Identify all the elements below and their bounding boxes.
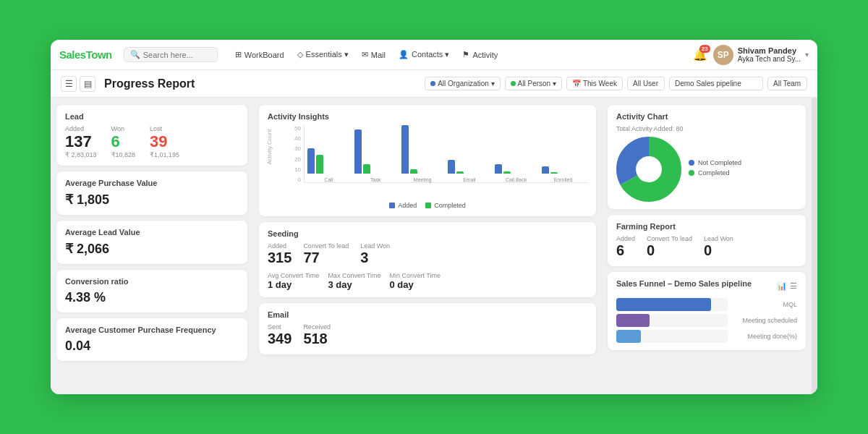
filter-week[interactable]: 📅 This Week: [566, 77, 623, 90]
app-logo[interactable]: SalesTown: [59, 48, 112, 61]
user-menu[interactable]: SP Shivam Pandey Ayka Tech and Sy... ▾: [713, 45, 809, 65]
email-stats: Sent 349 Received 518: [268, 323, 587, 347]
legend-completed-label: Completed: [434, 202, 466, 209]
bar-pair: [354, 129, 397, 174]
bar-group-meeting: Meeting: [401, 125, 444, 182]
bar-label: Task: [370, 177, 380, 182]
avg-lead-title: Average Lead Value: [65, 228, 239, 237]
nav-activity[interactable]: ⚑ Activity: [456, 47, 503, 62]
min-convert-time: Min Convert Time 0 day: [389, 272, 441, 290]
lead-won-label: Won: [111, 125, 136, 132]
nav-contacts-label: Contacts ▾: [412, 50, 449, 59]
email-title: Email: [268, 310, 587, 319]
nav-essentials-label: Essentials ▾: [306, 50, 349, 59]
chevron-down-icon: ▾: [805, 51, 809, 59]
filter-pipeline[interactable]: Demo Sales pipeline: [669, 77, 763, 90]
bar-completed: [363, 164, 370, 174]
lead-lost-sub: ₹1,01,195: [150, 151, 179, 158]
avg-convert-value: 1 day: [268, 279, 319, 290]
farming-convert-label: Convert To lead: [647, 235, 692, 242]
scrollbar[interactable]: [812, 98, 817, 394]
farming-won-value: 0: [704, 242, 733, 259]
max-convert-label: Max Convert Time: [328, 272, 380, 279]
bar-completed: [503, 171, 511, 174]
filter-organization[interactable]: All Organization ▾: [425, 77, 500, 90]
not-completed-dot: [689, 160, 694, 166]
funnel-actions: 📊 ☰: [777, 281, 797, 291]
grid-view-icon[interactable]: ▤: [80, 76, 95, 92]
toolbar: ☰ ▤ Progress Report All Organization ▾ A…: [51, 70, 817, 98]
email-received-value: 518: [303, 331, 331, 347]
table-view-icon[interactable]: ☰: [61, 76, 77, 92]
bar-added: [542, 166, 549, 174]
bar-group-callback: Call Back: [495, 164, 537, 182]
avg-purchase-value: ₹ 1,805: [65, 192, 239, 208]
bar-label: Meeting: [414, 177, 432, 182]
bar-label: Call Back: [506, 177, 527, 182]
search-bar[interactable]: 🔍: [124, 47, 218, 62]
seeding-won-label: Lead Won: [360, 242, 390, 250]
seeding-card: Seeding Added 315 Convert To lead 77 Lea…: [259, 222, 596, 297]
seeding-stats: Added 315 Convert To lead 77 Lead Won 3: [268, 242, 587, 266]
avg-lead-card: Average Lead Value ₹ 2,066: [56, 221, 247, 264]
search-icon: 🔍: [130, 50, 140, 59]
notification-button[interactable]: 🔔 23: [693, 48, 707, 61]
lead-stats-row: Added 137 ₹ 2,83,013 Won 6 ₹10,828 Lost …: [65, 125, 239, 158]
contacts-icon: 👤: [399, 50, 409, 59]
svg-text:67.5%: 67.5%: [643, 172, 654, 176]
filter-user[interactable]: All User: [627, 77, 665, 90]
lead-added-label: Added: [65, 125, 97, 132]
user-name: Shivam Pandey: [738, 46, 801, 55]
org-dot: [430, 81, 435, 86]
bar-pair: [448, 160, 490, 174]
bar-added: [307, 148, 315, 174]
nav-workboard-label: WorkBoard: [244, 51, 284, 59]
farming-stats: Added 6 Convert To lead 0 Lead Won 0: [616, 235, 797, 259]
filter-org-label: All Organization ▾: [438, 80, 494, 88]
funnel-bar-wrap: [616, 330, 728, 343]
sales-funnel-card: Sales Funnel – Demo Sales pipeline 📊 ☰ M…: [608, 272, 806, 350]
legend-added-dot: [389, 203, 395, 208]
funnel-bar-wrap: [616, 314, 728, 327]
seeding-added: Added 315: [268, 242, 292, 266]
bar-label: Enrolled: [554, 177, 573, 182]
filter-person[interactable]: All Person ▾: [505, 77, 562, 90]
bar-group-call: Call: [307, 148, 350, 182]
bar-completed: [410, 169, 417, 174]
conversion-card: Conversion ratio 4.38 %: [56, 270, 247, 312]
activity-chart-card: Activity Chart Total Activity Added: 80 …: [608, 105, 806, 209]
bar-added: [401, 125, 409, 174]
bar-added: [448, 160, 455, 174]
lead-won-value: 6: [111, 132, 136, 151]
search-input[interactable]: [143, 51, 211, 59]
lead-lost-label: Lost: [150, 125, 179, 132]
bar-group-task: Task: [354, 129, 397, 182]
middle-panel: Activity Insights Activity Count 5040302…: [253, 98, 602, 394]
avg-lead-value: ₹ 2,066: [65, 241, 239, 257]
avg-convert-time: Avg Convert Time 1 day: [268, 272, 319, 290]
essentials-icon: ◇: [297, 50, 303, 59]
left-panel: Lead Added 137 ₹ 2,83,013 Won 6 ₹10,828 …: [51, 98, 253, 394]
lead-won-col: Won 6 ₹10,828: [111, 125, 136, 158]
avg-purchase-title: Average Purchase Value: [65, 179, 239, 187]
funnel-header: Sales Funnel – Demo Sales pipeline 📊 ☰: [616, 279, 797, 292]
funnel-chart-icon[interactable]: 📊: [777, 281, 787, 291]
navbar: SalesTown 🔍 ⊞ WorkBoard ◇ Essentials ▾ ✉…: [51, 40, 817, 70]
min-convert-value: 0 day: [389, 279, 441, 290]
lead-card-title: Lead: [65, 112, 239, 121]
y-axis-label: Activity Count: [266, 129, 273, 165]
page-title: Progress Report: [104, 77, 195, 90]
nav-workboard[interactable]: ⊞ WorkBoard: [229, 47, 290, 62]
funnel-bar: [616, 314, 650, 327]
filter-team[interactable]: All Team: [767, 77, 807, 90]
nav-contacts[interactable]: 👤 Contacts ▾: [393, 47, 455, 62]
funnel-menu-icon[interactable]: ☰: [790, 281, 797, 291]
right-panel: Activity Chart Total Activity Added: 80 …: [602, 98, 812, 394]
completed-legend: Completed: [689, 169, 741, 176]
activity-chart-wrap: Activity Count 50403020100 CallTaskMeeti…: [268, 125, 587, 197]
nav-mail[interactable]: ✉ Mail: [356, 47, 391, 62]
funnel-bar-wrap: [616, 298, 728, 311]
bar-label: Email: [463, 177, 476, 182]
nav-essentials[interactable]: ◇ Essentials ▾: [292, 47, 354, 62]
farming-title: Farming Report: [616, 222, 797, 231]
